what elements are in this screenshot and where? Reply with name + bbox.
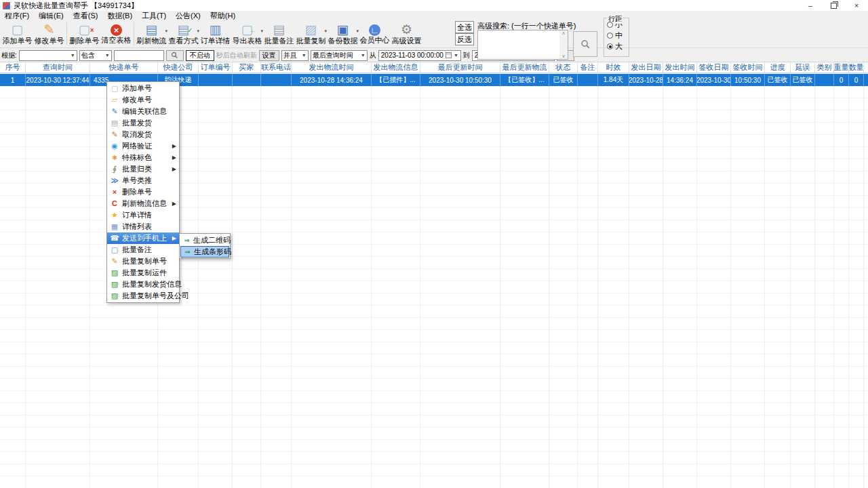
filter-search-button[interactable] xyxy=(166,50,184,61)
submenu-item[interactable]: ⇒生成二维码 xyxy=(180,235,229,246)
filter-field-select[interactable]: ▼ xyxy=(19,50,77,61)
context-menu-item[interactable]: ∮批量归类▶ xyxy=(107,163,179,175)
scroll-up-icon[interactable]: ∧ xyxy=(561,30,565,36)
grid-column xyxy=(578,86,598,488)
select-all-button[interactable]: 全选 xyxy=(455,21,474,33)
column-header-7[interactable]: 联系电话 xyxy=(261,62,292,73)
context-menu-item[interactable]: ◉网络验证▶ xyxy=(107,140,179,152)
advanced-settings-button[interactable]: ⚙高级设置 xyxy=(391,21,422,47)
context-menu-item[interactable]: ▢批量备注 xyxy=(107,244,179,256)
context-menu-item[interactable]: ★订单详情 xyxy=(107,209,179,221)
column-header-17[interactable]: 签收日期 xyxy=(697,62,731,73)
advanced-search-scrollbar[interactable]: ∧ ∨ xyxy=(559,30,568,59)
context-menu-item[interactable]: ×删除单号 xyxy=(107,186,179,198)
refresh-logistics-button[interactable]: ▤▾刷新物流 xyxy=(136,21,167,47)
cancel-ship-icon: ✎ xyxy=(110,129,119,140)
menubar-item-2[interactable]: 编辑(E) xyxy=(34,11,68,20)
menubar-item-6[interactable]: 公告(X) xyxy=(171,11,205,20)
column-header-11[interactable]: 最后更新物流 xyxy=(500,62,549,73)
column-header-8[interactable]: 发出物流时间 xyxy=(292,62,372,73)
auto-refresh-toggle-button[interactable]: 不启动 xyxy=(186,50,214,61)
column-header-15[interactable]: 发出日期 xyxy=(629,62,663,73)
menubar-item-5[interactable]: 工具(T) xyxy=(137,11,171,20)
column-header-21[interactable]: 类别 xyxy=(815,62,834,73)
clock-icon: ∟ xyxy=(369,24,380,36)
grid-column xyxy=(549,86,578,488)
order-details-button[interactable]: ▥订单详情 xyxy=(199,21,231,47)
column-header-19[interactable]: 进度 xyxy=(765,62,791,73)
export-table-button[interactable]: ▢←▾导出表格 xyxy=(231,21,263,47)
column-header-16[interactable]: 发出时间 xyxy=(663,62,697,73)
view-mode-button[interactable]: ▤✓▾查看方式 xyxy=(167,21,199,47)
column-header-5[interactable]: 订单编号 xyxy=(199,62,233,73)
close-button[interactable]: × xyxy=(845,0,868,11)
submenu-item[interactable]: ⇒生成条形码 xyxy=(180,246,229,258)
line-spacing-option-中[interactable]: 中 xyxy=(607,31,629,40)
column-header-14[interactable]: 时效 xyxy=(598,62,629,73)
toolbar-button-label: 备份数据 xyxy=(328,37,358,45)
delete-number-button[interactable]: ▢×删除单号 xyxy=(68,21,100,47)
invert-select-button[interactable]: 反选 xyxy=(455,33,474,45)
context-menu-item[interactable]: ▢添加单号 xyxy=(107,83,179,94)
column-header-12[interactable]: 状态 xyxy=(549,62,578,73)
advanced-search-button[interactable] xyxy=(573,31,597,57)
context-menu-item[interactable]: ▱修改单号 xyxy=(107,94,179,106)
time-field-select[interactable]: 最后查询时间▼ xyxy=(311,50,368,61)
column-header-3[interactable]: 快递单号 xyxy=(90,62,158,73)
menubar-item-4[interactable]: 数据(B) xyxy=(102,11,137,20)
batch-note-button[interactable]: ▤批量备注 xyxy=(263,21,295,47)
modify-number-button[interactable]: ✎修改单号 xyxy=(33,21,65,47)
scroll-down-icon[interactable]: ∨ xyxy=(561,54,565,59)
context-menu-item[interactable]: ▨批量复制单号及公司 xyxy=(107,290,179,302)
context-menu-item[interactable]: ✎取消发货 xyxy=(107,129,179,140)
context-menu-item[interactable]: C刷新物流信息▶ xyxy=(107,198,179,209)
context-menu-item[interactable]: ▤批量发货 xyxy=(107,117,179,129)
column-header-9[interactable]: 发出物流信息 xyxy=(372,62,420,73)
backup-data-button[interactable]: ▣▾备份数据 xyxy=(327,21,359,47)
context-menu-item-label: 批量复制运件 xyxy=(122,268,167,278)
menubar-item-3[interactable]: 查看(S) xyxy=(68,11,103,20)
time-field-value: 最后查询时间 xyxy=(313,51,353,60)
from-datetime-picker[interactable]: 2023-11-03 00:00:00▼ xyxy=(378,50,461,61)
member-center-button[interactable]: ∟会员中心 xyxy=(359,21,391,47)
restore-button[interactable] xyxy=(822,0,845,11)
column-header-2[interactable]: 查询时间 xyxy=(26,62,90,73)
line-spacing-option-大[interactable]: 大 xyxy=(607,42,629,51)
context-menu-item[interactable]: ∗特殊标色▶ xyxy=(107,152,179,163)
column-header-18[interactable]: 签收时间 xyxy=(731,62,765,73)
grid-column xyxy=(372,86,420,488)
menubar-item-1[interactable]: 程序(F) xyxy=(0,11,34,20)
batch-copy-button[interactable]: ▨▾批量复制 xyxy=(295,21,327,47)
column-header-20[interactable]: 延误 xyxy=(791,62,815,73)
column-header-24[interactable]: 更新 xyxy=(864,62,868,73)
context-menu-item[interactable]: ☎发送到手机上▶ xyxy=(107,232,179,244)
menubar-item-7[interactable]: 帮助(H) xyxy=(205,11,240,20)
clear-table-button[interactable]: ×清空表格 xyxy=(100,21,132,47)
column-header-23[interactable]: 数量 xyxy=(849,62,864,73)
filter-logic-select[interactable]: 并且▼ xyxy=(281,50,309,61)
column-header-10[interactable]: 最后更新时间 xyxy=(420,62,500,73)
advanced-search-input[interactable] xyxy=(477,30,568,60)
chevron-down-icon: ▼ xyxy=(71,53,75,58)
context-menu-item[interactable]: ✎编辑关联信息 xyxy=(107,106,179,117)
context-menu-item[interactable]: ▨批量复制运件 xyxy=(107,267,179,279)
context-menu-item[interactable]: ≫单号类推 xyxy=(107,175,179,186)
refresh-settings-button[interactable]: 设置 xyxy=(259,50,279,61)
column-header-6[interactable]: 买家 xyxy=(233,62,261,73)
filter-match-select[interactable]: 包含▼ xyxy=(79,50,112,61)
column-header-4[interactable]: 快递公司 xyxy=(158,62,199,73)
chevron-down-icon: ▼ xyxy=(361,53,366,58)
column-header-1[interactable]: 序号 xyxy=(0,62,26,73)
radio-icon[interactable] xyxy=(607,33,613,39)
filter-keyword-input[interactable] xyxy=(114,50,164,61)
context-menu-item[interactable]: ✎批量复制单号 xyxy=(107,256,179,267)
radio-icon[interactable] xyxy=(607,43,613,49)
radio-icon[interactable] xyxy=(607,22,613,28)
minimize-button[interactable]: – xyxy=(799,0,822,11)
add-number-button[interactable]: ▢添加单号 xyxy=(1,21,33,47)
column-header-13[interactable]: 备注 xyxy=(578,62,598,73)
toolbar-button-label: 刷新物流 xyxy=(137,37,167,45)
column-header-22[interactable]: 重量 xyxy=(834,62,849,73)
context-menu-item[interactable]: ▨批量复制发货信息 xyxy=(107,279,179,290)
context-menu-item[interactable]: ▦详情列表 xyxy=(107,221,179,232)
